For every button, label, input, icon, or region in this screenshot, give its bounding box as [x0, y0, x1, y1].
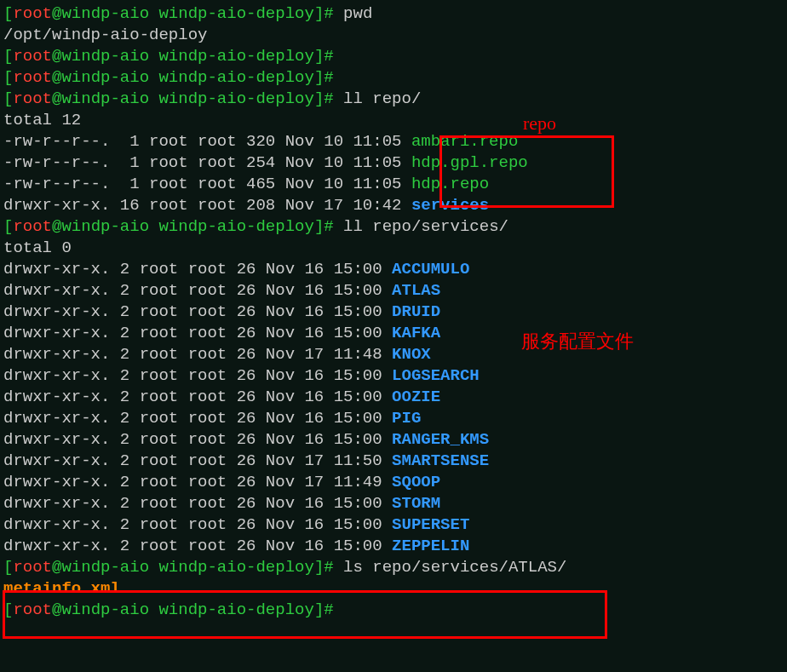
- service-dir: PIG: [392, 409, 421, 428]
- annotation-repo: repo: [523, 112, 556, 134]
- service-dir: OOZIE: [392, 388, 440, 406]
- ls-line: drwxr-xr-x. 2 root root 26 Nov 16 15:00 …: [3, 280, 784, 302]
- terminal-line: [root@windp-aio windp-aio-deploy]#: [3, 67, 784, 89]
- ls-line: drwxr-xr-x. 2 root root 26 Nov 17 11:49 …: [3, 472, 784, 493]
- ls-line: drwxr-xr-x. 2 root root 26 Nov 16 15:00 …: [3, 323, 784, 344]
- cmd-ll-services: ll repo/services/: [334, 217, 508, 236]
- service-dir: SMARTSENSE: [392, 451, 489, 470]
- service-dir: LOGSEARCH: [392, 366, 480, 385]
- ls-line: drwxr-xr-x. 2 root root 26 Nov 16 15:00 …: [3, 408, 784, 429]
- ls-line: drwxr-xr-x. 2 root root 26 Nov 16 15:00 …: [3, 365, 784, 387]
- repo-file: hdp.repo: [411, 175, 489, 193]
- repo-file: hdp.gpl.repo: [411, 153, 528, 172]
- ls-line: -rw-r--r--. 1 root root 320 Nov 10 11:05…: [3, 131, 784, 152]
- total-line: total 12: [3, 110, 784, 131]
- ls-line: drwxr-xr-x. 2 root root 26 Nov 17 11:50 …: [3, 451, 784, 472]
- terminal-line: [root@windp-aio windp-aio-deploy]# ll re…: [3, 216, 784, 238]
- service-dir: KAFKA: [392, 324, 440, 342]
- total-line: total 0: [3, 238, 784, 259]
- ls-line: drwxr-xr-x. 2 root root 26 Nov 16 15:00 …: [3, 259, 784, 280]
- service-dir: STORM: [392, 494, 440, 513]
- ls-line: drwxr-xr-x. 2 root root 26 Nov 16 15:00 …: [3, 493, 784, 514]
- ls-line: -rw-r--r--. 1 root root 254 Nov 10 11:05…: [3, 152, 784, 174]
- ls-atlas-output: metainfo.xml: [3, 578, 784, 600]
- ls-line: drwxr-xr-x. 2 root root 26 Nov 16 15:00 …: [3, 514, 784, 536]
- cmd-ls-atlas: ls repo/services/ATLAS/: [334, 558, 567, 577]
- ls-line: drwxr-xr-x. 2 root root 26 Nov 16 15:00 …: [3, 302, 784, 323]
- ls-line: drwxr-xr-x. 2 root root 26 Nov 16 15:00 …: [3, 387, 784, 408]
- repo-file: ambari.repo: [411, 132, 518, 151]
- service-dir: SQOOP: [392, 473, 440, 491]
- service-dir: ATLAS: [392, 281, 440, 300]
- ls-line: -rw-r--r--. 1 root root 465 Nov 10 11:05…: [3, 174, 784, 195]
- terminal-line: [root@windp-aio windp-aio-deploy]# ll re…: [3, 89, 784, 110]
- cmd-pwd: pwd: [334, 4, 373, 23]
- service-dir: ZEPPELIN: [392, 537, 469, 555]
- ls-line: drwxr-xr-x. 2 root root 26 Nov 16 15:00 …: [3, 536, 784, 557]
- annotation-services: 服务配置文件: [521, 330, 634, 352]
- ls-line: drwxr-xr-x. 16 root root 208 Nov 17 10:4…: [3, 195, 784, 216]
- service-dir: DRUID: [392, 302, 440, 321]
- service-dir: SUPERSET: [392, 515, 469, 534]
- terminal-line: [root@windp-aio windp-aio-deploy]#: [3, 600, 784, 621]
- service-dir: RANGER_KMS: [392, 430, 489, 449]
- terminal-line: [root@windp-aio windp-aio-deploy]# ls re…: [3, 557, 784, 578]
- service-dir: KNOX: [392, 345, 431, 364]
- pwd-output: /opt/windp-aio-deploy: [3, 25, 784, 46]
- ls-line: drwxr-xr-x. 2 root root 26 Nov 16 15:00 …: [3, 429, 784, 451]
- service-dir: ACCUMULO: [392, 260, 469, 279]
- ls-line: drwxr-xr-x. 2 root root 26 Nov 17 11:48 …: [3, 344, 784, 365]
- terminal-line: [root@windp-aio windp-aio-deploy]# pwd: [3, 3, 784, 25]
- dir-services: services: [411, 196, 489, 215]
- terminal-line: [root@windp-aio windp-aio-deploy]#: [3, 46, 784, 67]
- terminal-output: [root@windp-aio windp-aio-deploy]# pwd /…: [3, 3, 784, 621]
- cmd-ll-repo: ll repo/: [334, 89, 422, 108]
